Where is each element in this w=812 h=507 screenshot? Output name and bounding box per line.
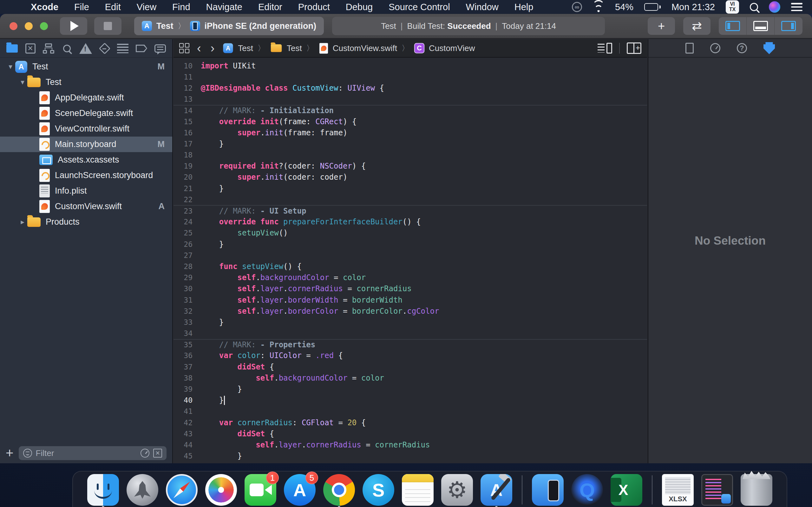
code-line-23[interactable]: 23 // MARK: - UI Setup	[173, 205, 647, 216]
navigator-tab-find-icon[interactable]	[61, 42, 72, 55]
dock-item-chrome[interactable]	[323, 474, 355, 506]
menu-bar-clock[interactable]: Mon 21:32	[671, 2, 715, 12]
tree-row-products[interactable]: ▸Products	[0, 214, 172, 230]
menu-xcode[interactable]: Xcode	[23, 2, 66, 12]
menu-window[interactable]: Window	[458, 2, 507, 12]
breadcrumb-item-test[interactable]: Test	[270, 43, 302, 53]
input-source-icon[interactable]: VI TX	[726, 0, 739, 14]
tree-row-scenedelegate-swift[interactable]: SceneDelegate.swift	[0, 106, 172, 121]
dock-item-photos[interactable]	[205, 474, 237, 506]
toggle-navigator-button[interactable]	[719, 17, 747, 35]
code-line-25[interactable]: 25 setupView()	[173, 228, 647, 239]
code-line-38[interactable]: 38 self.backgroundColor = color	[173, 372, 647, 383]
navigator-tab-symbols-icon[interactable]	[43, 42, 54, 55]
close-window-button[interactable]	[9, 22, 17, 30]
disclosure-triangle-icon[interactable]: ▸	[18, 218, 27, 226]
dock-item-excel[interactable]: X	[611, 474, 642, 506]
menu-edit[interactable]: Edit	[97, 2, 129, 12]
tree-row-viewcontroller-swift[interactable]: ViewController.swift	[0, 121, 172, 136]
code-line-26[interactable]: 26 }	[173, 239, 647, 250]
code-line-12[interactable]: 12@IBDesignable class CustomView: UIView…	[173, 82, 647, 94]
dock-item-launchpad[interactable]	[126, 474, 158, 506]
code-line-44[interactable]: 44 self.layer.cornerRadius = cornerRadiu…	[173, 439, 647, 450]
code-line-39[interactable]: 39 }	[173, 383, 647, 395]
scheme-selector[interactable]: A Test 〉 iPhone SE (2nd generation)	[134, 17, 324, 35]
code-line-22[interactable]: 22	[173, 194, 647, 205]
code-line-13[interactable]: 13	[173, 94, 647, 105]
menu-help[interactable]: Help	[507, 2, 542, 12]
wifi-icon[interactable]	[593, 3, 604, 11]
code-line-33[interactable]: 33 }	[173, 317, 647, 328]
code-line-41[interactable]: 41	[173, 406, 647, 417]
code-line-18[interactable]: 18	[173, 150, 647, 161]
navigator-tab-tests-icon[interactable]	[99, 42, 110, 55]
quick-actions-inspector-icon[interactable]	[763, 42, 775, 54]
code-line-24[interactable]: 24 override func prepareForInterfaceBuil…	[173, 216, 647, 228]
history-inspector-icon[interactable]	[710, 43, 720, 53]
toggle-debug-area-button[interactable]	[747, 17, 774, 35]
notification-center-icon[interactable]	[791, 3, 803, 11]
tree-row-launchscreen-storyboard[interactable]: LaunchScreen.storyboard	[0, 168, 172, 183]
navigator-tab-reports-icon[interactable]	[154, 42, 166, 55]
dock-item-quicktime[interactable]: Q	[571, 474, 603, 506]
code-line-40[interactable]: 40 }	[173, 395, 647, 406]
breadcrumb-item-customview[interactable]: CCustomView	[414, 43, 475, 54]
editor-options-icon[interactable]	[598, 43, 612, 54]
tree-row-assets-xcassets[interactable]: Assets.xcassets	[0, 152, 172, 168]
file-inspector-icon[interactable]	[686, 43, 694, 54]
menu-product[interactable]: Product	[290, 2, 338, 12]
code-line-46[interactable]: 46 }	[173, 462, 647, 463]
code-line-11[interactable]: 11	[173, 71, 647, 82]
menu-file[interactable]: File	[66, 2, 97, 12]
add-editor-icon[interactable]	[627, 43, 641, 54]
code-line-35[interactable]: 35 // MARK: - Properties	[173, 339, 647, 350]
disclosure-triangle-icon[interactable]: ▾	[6, 62, 15, 71]
battery-icon[interactable]	[644, 3, 661, 11]
library-button[interactable]: +	[648, 17, 675, 35]
breadcrumb-item-test[interactable]: ATest	[222, 42, 253, 54]
navigator-tab-issues-icon[interactable]	[79, 42, 92, 55]
filter-field[interactable]: Filter ✕	[19, 446, 166, 460]
code-line-10[interactable]: 10import UIKit	[173, 60, 647, 71]
dock-item-system-preferences[interactable]: ⚙	[441, 474, 473, 506]
dock-item-xcode[interactable]: A	[480, 474, 512, 506]
dock-item-app-store[interactable]: A5	[284, 474, 316, 506]
menu-view[interactable]: View	[129, 2, 164, 12]
tree-row-test[interactable]: ▾ATestM	[0, 59, 172, 74]
code-line-45[interactable]: 45 }	[173, 451, 647, 462]
recent-files-icon[interactable]	[141, 449, 149, 458]
tree-row-main-storyboard[interactable]: Main.storyboardM	[0, 136, 172, 152]
dock-item-facetime[interactable]: 1	[245, 474, 276, 506]
code-line-21[interactable]: 21 }	[173, 183, 647, 194]
code-line-37[interactable]: 37 didSet {	[173, 361, 647, 372]
code-area[interactable]: 10import UIKit1112@IBDesignable class Cu…	[173, 58, 647, 463]
menu-find[interactable]: Find	[164, 2, 198, 12]
dock-item-skype[interactable]: S	[362, 474, 394, 506]
stop-button[interactable]	[94, 17, 121, 35]
menu-editor[interactable]: Editor	[250, 2, 290, 12]
code-line-29[interactable]: 29 self.backgroundColor = color	[173, 272, 647, 283]
code-line-28[interactable]: 28 func setupView() {	[173, 261, 647, 272]
dock-item-trash[interactable]	[741, 474, 772, 506]
tree-row-appdelegate-swift[interactable]: AppDelegate.swift	[0, 90, 172, 106]
code-line-30[interactable]: 30 self.layer.cornerRadius = cornerRadiu…	[173, 283, 647, 294]
siri-icon[interactable]	[769, 1, 780, 13]
dock-item-safari[interactable]	[166, 474, 198, 506]
scheme-destination[interactable]: iPhone SE (2nd generation)	[205, 21, 316, 31]
code-line-42[interactable]: 42 var cornerRadius: CGFloat = 20 {	[173, 417, 647, 428]
creative-cloud-icon[interactable]: ∞	[572, 2, 582, 12]
navigator-tab-debug-gauge-icon[interactable]	[117, 42, 129, 55]
navigator-tab-project-icon[interactable]	[6, 42, 18, 55]
spotlight-search-icon[interactable]	[750, 3, 758, 11]
disclosure-triangle-icon[interactable]: ▾	[18, 78, 27, 87]
code-line-27[interactable]: 27	[173, 250, 647, 261]
code-line-36[interactable]: 36 var color: UIColor = .red {	[173, 350, 647, 361]
code-line-17[interactable]: 17 }	[173, 138, 647, 149]
code-line-19[interactable]: 19 required init?(coder: NSCoder) {	[173, 161, 647, 172]
code-line-34[interactable]: 34	[173, 328, 647, 339]
dock-item-finder[interactable]	[87, 474, 119, 506]
menu-navigate[interactable]: Navigate	[198, 2, 250, 12]
dock-item-notes[interactable]	[402, 474, 434, 506]
toggle-inspector-button[interactable]	[774, 17, 803, 35]
menu-source-control[interactable]: Source Control	[380, 2, 458, 12]
